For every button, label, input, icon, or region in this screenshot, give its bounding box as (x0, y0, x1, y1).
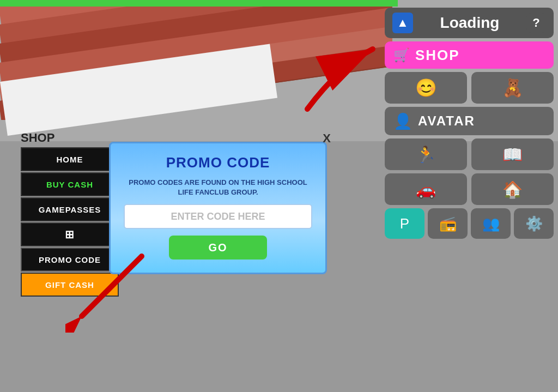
promo-description: PROMO CODES ARE FOUND ON THE HIGH SCHOOL… (124, 178, 312, 197)
house-button[interactable]: 🏠 (471, 173, 554, 205)
go-button[interactable]: GO (169, 236, 267, 260)
avatar-label: AVATAR (418, 113, 475, 129)
sidebar-buy-cash-button[interactable]: BUY CASH (21, 172, 119, 196)
promo-title: PROMO CODE (166, 154, 270, 171)
gear-button[interactable]: ⚙️ (514, 208, 554, 239)
code-input[interactable] (124, 204, 312, 229)
shop-button[interactable]: 🛒 SHOP (385, 41, 554, 69)
avatar-icon: 👤 (393, 112, 413, 130)
people-button[interactable]: 👥 (471, 208, 511, 239)
loading-label: Loading (418, 14, 521, 32)
sidebar-icon-button[interactable]: ⊞ (21, 222, 119, 246)
sidebar-gift-cash-button[interactable]: GIFT CASH (21, 273, 119, 297)
shop-label: SHOP (415, 47, 460, 64)
loading-icon: ▲ (392, 13, 413, 33)
bear-button[interactable]: 🧸 (471, 72, 554, 104)
radio-button[interactable]: 📻 (428, 208, 468, 239)
sidebar-gamepasses-button[interactable]: GAMEPASSES (21, 197, 119, 221)
top-right-panel: ▲ Loading ? 🛒 SHOP 😊 🧸 👤 AVATAR 🏃 📖 🚗 🏠 … (385, 8, 554, 239)
close-button[interactable]: X (323, 131, 331, 146)
green-bar (0, 0, 398, 7)
smiley-button[interactable]: 😊 (385, 72, 467, 104)
car-button[interactable]: 🚗 (385, 173, 467, 205)
question-button[interactable]: ? (526, 13, 546, 33)
bottom-icon-row: P 📻 👥 ⚙️ (385, 208, 554, 239)
run-button[interactable]: 🏃 (385, 138, 467, 170)
avatar-button[interactable]: 👤 AVATAR (385, 107, 554, 135)
action-row-1: 🏃 📖 (385, 138, 554, 170)
cart-icon: 🛒 (393, 47, 410, 63)
promo-panel: X PROMO CODE PROMO CODES ARE FOUND ON TH… (109, 142, 327, 274)
sidebar-home-button[interactable]: HOME (21, 147, 119, 171)
action-row-2: 🚗 🏠 (385, 173, 554, 205)
loading-button[interactable]: ▲ Loading ? (385, 8, 554, 38)
book-button[interactable]: 📖 (471, 138, 554, 170)
sidebar-promo-button[interactable]: PROMO CODE (21, 248, 119, 272)
p-button[interactable]: P (385, 208, 424, 239)
icon-row-1: 😊 🧸 (385, 72, 554, 104)
